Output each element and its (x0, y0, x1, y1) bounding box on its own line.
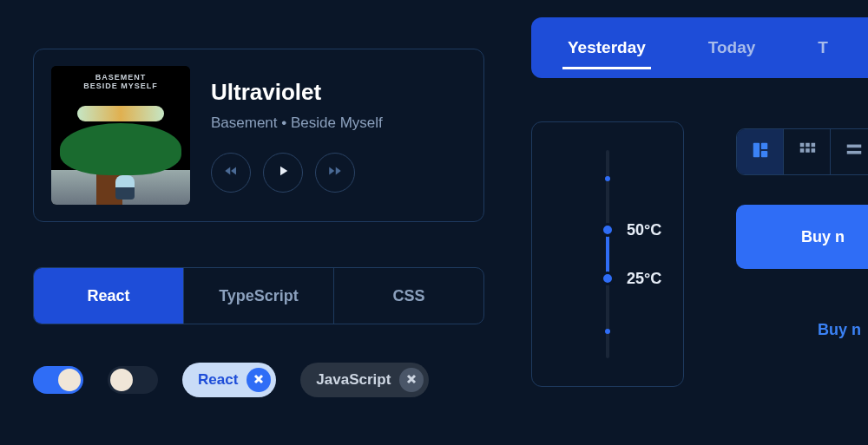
album-text-line1: BASEMENT (51, 73, 190, 82)
play-icon (275, 163, 291, 181)
play-button[interactable] (263, 153, 303, 193)
segmented-control: React TypeScript CSS (33, 267, 484, 324)
view-toggle (736, 128, 868, 175)
date-tabs: Yesterday Today T (531, 17, 868, 78)
toggle-knob (58, 369, 81, 391)
toggle-b[interactable] (108, 366, 158, 394)
playback-controls (211, 153, 466, 193)
chip-remove-button[interactable] (399, 368, 424, 392)
buy-ghost-label: Buy n (818, 321, 861, 338)
svg-rect-4 (806, 143, 810, 147)
forward-icon (327, 163, 343, 181)
view-dashboard-button[interactable] (737, 129, 784, 174)
svg-rect-0 (753, 143, 759, 158)
chip-label: JavaScript (316, 371, 391, 389)
slider-handle-high[interactable] (601, 223, 615, 237)
forward-button[interactable] (315, 153, 355, 193)
segment-typescript[interactable]: TypeScript (184, 268, 334, 324)
album-text-line2: BESIDE MYSELF (51, 82, 190, 90)
album-art: BASEMENT BESIDE MYSELF (51, 66, 190, 205)
svg-rect-5 (811, 143, 815, 147)
track-info: Ultraviolet Basement • Beside Myself (211, 79, 466, 193)
track-subtitle: Basement • Beside Myself (211, 115, 466, 132)
temperature-slider-card: 50°C 25°C (531, 121, 684, 387)
temp-high-label: 50°C (627, 221, 661, 239)
svg-rect-6 (799, 148, 804, 153)
svg-rect-9 (847, 145, 862, 148)
view-grid-button[interactable] (784, 129, 831, 174)
slider-tick (605, 176, 610, 181)
view-list-button[interactable] (831, 129, 868, 174)
rewind-icon (223, 163, 239, 181)
grid-icon (798, 141, 817, 163)
close-icon (406, 371, 417, 389)
music-player-card: BASEMENT BESIDE MYSELF Ultraviolet Basem… (33, 49, 484, 222)
chip-react[interactable]: React (182, 363, 276, 397)
chip-label: React (198, 371, 238, 389)
svg-rect-3 (799, 143, 804, 147)
segment-react[interactable]: React (34, 268, 184, 324)
toggle-knob (110, 369, 133, 391)
toggle-a[interactable] (33, 366, 83, 394)
slider-track[interactable]: 50°C 25°C (606, 150, 609, 358)
rewind-button[interactable] (211, 153, 251, 193)
svg-rect-8 (811, 148, 815, 153)
controls-row: React JavaScript (33, 363, 429, 397)
list-icon (845, 141, 864, 163)
slider-handle-low[interactable] (601, 272, 615, 285)
svg-rect-7 (806, 148, 810, 153)
tab-truncated[interactable]: T (786, 17, 859, 78)
tab-yesterday[interactable]: Yesterday (536, 17, 677, 78)
svg-rect-10 (847, 151, 862, 154)
segment-css[interactable]: CSS (334, 268, 483, 324)
svg-rect-1 (760, 143, 766, 149)
buy-button-ghost[interactable]: Buy n (818, 321, 861, 339)
chip-javascript[interactable]: JavaScript (300, 363, 429, 397)
buy-primary-label: Buy n (801, 228, 845, 246)
close-icon (253, 371, 264, 389)
chip-remove-button[interactable] (247, 368, 271, 392)
svg-rect-2 (760, 151, 766, 157)
tab-today[interactable]: Today (677, 17, 787, 78)
dashboard-icon (751, 141, 770, 163)
temp-low-label: 25°C (627, 270, 661, 288)
track-title: Ultraviolet (211, 79, 466, 106)
buy-button-primary[interactable]: Buy n (736, 205, 868, 269)
slider-tick (605, 329, 610, 334)
